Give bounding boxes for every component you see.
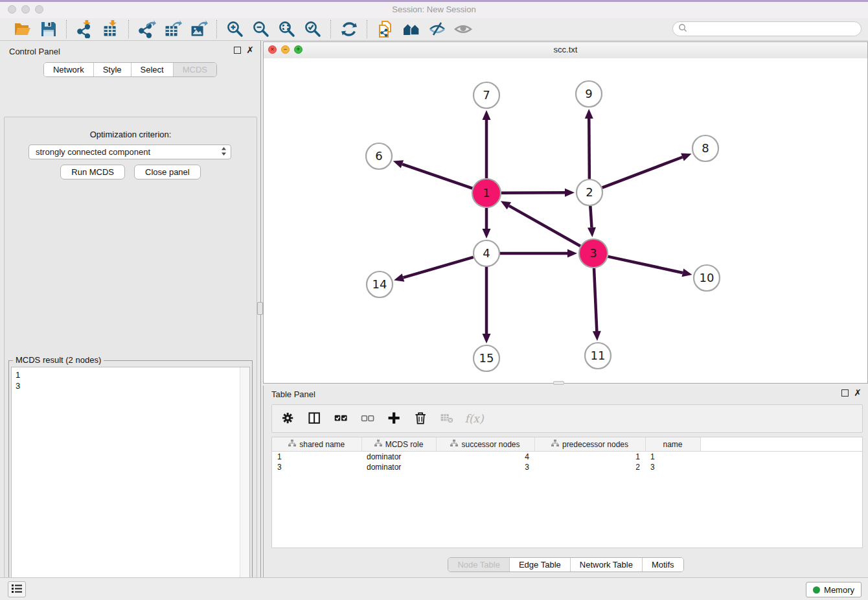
refresh-icon[interactable] bbox=[339, 19, 359, 39]
graph-edge-3-10[interactable] bbox=[608, 257, 682, 273]
optimization-criterion-select[interactable]: strongly connected component bbox=[29, 144, 231, 159]
export-table-icon[interactable] bbox=[163, 19, 183, 39]
horizontal-splitter-handle[interactable] bbox=[553, 381, 564, 385]
column-header-mcds-role[interactable]: MCDS role bbox=[361, 437, 436, 452]
tab-style[interactable]: Style bbox=[94, 63, 131, 76]
tab-edge-table[interactable]: Edge Table bbox=[510, 558, 571, 571]
graph-node-label: 1 bbox=[483, 186, 490, 200]
select-all-icon[interactable] bbox=[333, 410, 350, 427]
graph-edge-4-14[interactable] bbox=[403, 257, 473, 278]
control-panel-header: Control Panel ✗ bbox=[0, 41, 260, 62]
save-icon[interactable] bbox=[39, 19, 58, 39]
node-table: shared name MCDS role successor nodes pr… bbox=[271, 437, 863, 548]
column-tree-icon bbox=[450, 439, 458, 449]
tab-network[interactable]: Network bbox=[44, 63, 94, 76]
search-box[interactable] bbox=[672, 21, 862, 36]
graph-edge-1-6[interactable] bbox=[402, 164, 472, 188]
graph-edge-2-9[interactable] bbox=[589, 119, 589, 179]
column-tree-icon bbox=[374, 439, 382, 449]
graph-node-label: 6 bbox=[375, 149, 382, 163]
graph-node-label: 7 bbox=[483, 88, 490, 102]
mcds-result-title: MCDS result (2 nodes) bbox=[13, 355, 104, 365]
column-header-name[interactable]: name bbox=[645, 437, 700, 452]
main-toolbar bbox=[0, 18, 868, 41]
table-row[interactable]: 3 dominator 3 2 3 bbox=[272, 462, 862, 472]
selected-criterion: strongly connected component bbox=[36, 147, 221, 157]
control-panel-title: Control Panel bbox=[9, 47, 60, 56]
delete-table-icon bbox=[439, 410, 456, 427]
select-stepper-icon bbox=[221, 146, 227, 158]
unselect-all-icon[interactable] bbox=[360, 410, 376, 427]
close-panel-button[interactable]: Close panel bbox=[134, 165, 201, 179]
float-table-panel-icon[interactable] bbox=[841, 389, 849, 397]
edge-arrowhead bbox=[393, 160, 404, 168]
import-table-icon[interactable] bbox=[101, 19, 120, 39]
tab-mcds[interactable]: MCDS bbox=[174, 63, 216, 76]
graph-edge-2-8[interactable] bbox=[602, 157, 683, 187]
graph-node-label: 10 bbox=[700, 271, 714, 284]
edge-arrowhead bbox=[394, 273, 404, 281]
graph-edge-3-11[interactable] bbox=[594, 268, 597, 331]
control-panel: Control Panel ✗ Network Style Select MCD… bbox=[0, 41, 261, 577]
open-icon[interactable] bbox=[13, 19, 32, 39]
export-network-icon[interactable] bbox=[137, 19, 157, 39]
houses-icon[interactable] bbox=[402, 19, 421, 39]
status-bar: Memory bbox=[0, 577, 868, 600]
add-row-icon[interactable] bbox=[386, 410, 403, 427]
column-header-predecessor-nodes[interactable]: predecessor nodes bbox=[534, 437, 645, 452]
graph-node-label: 11 bbox=[591, 349, 606, 362]
clone-network-icon[interactable] bbox=[376, 19, 395, 39]
network-canvas[interactable]: 7968124314101511 bbox=[264, 58, 867, 383]
columns-icon[interactable] bbox=[306, 410, 323, 427]
tab-network-table[interactable]: Network Table bbox=[571, 558, 643, 571]
graph-edge-3-1[interactable] bbox=[509, 206, 580, 246]
export-image-icon[interactable] bbox=[189, 19, 209, 39]
edge-arrowhead bbox=[588, 227, 596, 237]
zoom-in-icon[interactable] bbox=[225, 19, 245, 39]
edge-arrowhead bbox=[565, 189, 575, 197]
column-header-successor-nodes[interactable]: successor nodes bbox=[436, 437, 534, 452]
birds-eye-view-icon[interactable] bbox=[453, 19, 473, 39]
control-panel-tabs: Network Style Select MCDS bbox=[43, 62, 217, 77]
memory-label: Memory bbox=[824, 585, 854, 595]
memory-status-icon bbox=[813, 586, 820, 594]
delete-row-icon[interactable] bbox=[413, 410, 429, 427]
search-input[interactable] bbox=[687, 23, 861, 36]
mcds-result-area[interactable]: 1 3 bbox=[11, 367, 250, 600]
list-icon bbox=[11, 583, 23, 596]
function-builder-icon: f(x) bbox=[466, 410, 483, 427]
edge-arrowhead bbox=[681, 153, 691, 161]
edge-arrowhead bbox=[681, 269, 692, 277]
table-row[interactable]: 1 dominator 4 1 1 bbox=[272, 452, 862, 463]
column-header-shared-name[interactable]: shared name bbox=[272, 437, 361, 452]
network-view-window: × − + scc.txt 7968124314101511 bbox=[263, 41, 868, 384]
edge-arrowhead bbox=[483, 334, 491, 343]
run-mcds-button[interactable]: Run MCDS bbox=[60, 165, 125, 179]
memory-button[interactable]: Memory bbox=[806, 582, 862, 597]
zoom-fit-icon[interactable] bbox=[277, 19, 297, 39]
close-table-panel-icon[interactable]: ✗ bbox=[854, 389, 862, 397]
float-panel-icon[interactable] bbox=[234, 47, 241, 54]
settings-icon[interactable] bbox=[280, 410, 297, 427]
graph-edge-1-2[interactable] bbox=[501, 192, 565, 193]
edge-arrowhead bbox=[483, 110, 491, 120]
import-network-icon[interactable] bbox=[75, 19, 95, 39]
zoom-out-icon[interactable] bbox=[251, 19, 271, 39]
vertical-splitter-handle[interactable] bbox=[257, 302, 263, 315]
tab-select[interactable]: Select bbox=[131, 63, 174, 76]
zoom-selected-icon[interactable] bbox=[303, 19, 323, 39]
column-tree-icon bbox=[551, 439, 559, 449]
task-history-button[interactable] bbox=[8, 581, 26, 597]
tab-node-table[interactable]: Node Table bbox=[448, 558, 510, 571]
graph-node-label: 2 bbox=[586, 185, 593, 199]
graph-node-label: 4 bbox=[483, 246, 490, 260]
edge-arrowhead bbox=[593, 331, 601, 341]
close-panel-icon[interactable]: ✗ bbox=[246, 47, 254, 54]
hide-graphics-details-icon[interactable] bbox=[428, 19, 447, 39]
graph-edge-2-3[interactable] bbox=[590, 206, 591, 227]
network-graph: 7968124314101511 bbox=[264, 58, 867, 383]
graph-node-label: 9 bbox=[585, 87, 592, 100]
result-scrollbar[interactable] bbox=[240, 367, 249, 600]
tab-motifs[interactable]: Motifs bbox=[643, 558, 683, 571]
table-toolbar: f(x) bbox=[271, 404, 863, 433]
